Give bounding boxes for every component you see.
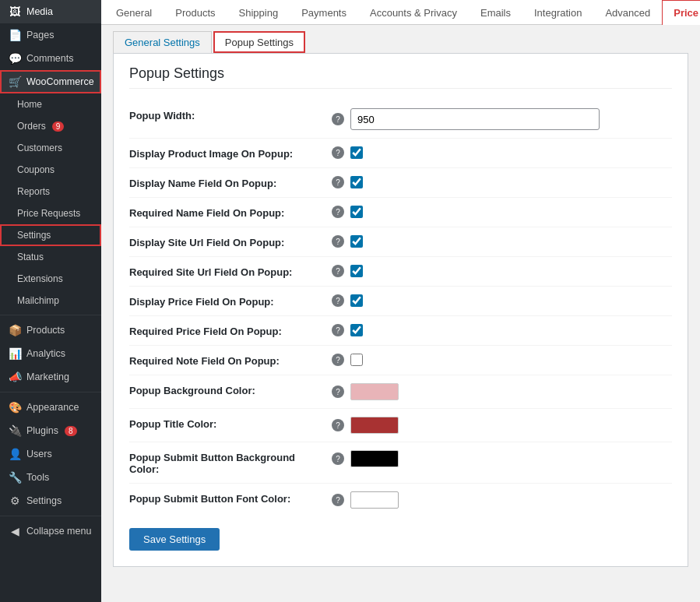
help-icon-popup-width[interactable]: ? — [332, 113, 344, 125]
checkbox-required-site-url[interactable] — [350, 265, 363, 277]
tab-price-guarantee[interactable]: Price Guarantee — [662, 0, 700, 25]
checkbox-display-product-image[interactable] — [350, 146, 363, 159]
label-title-color: Popup Title Color: — [129, 417, 332, 430]
form-row-required-name-field: Required Name Field On Popup: ? — [129, 198, 672, 227]
sidebar: 🖼 Media 📄 Pages 💬 Comments 🛒 WooCommerce… — [0, 0, 101, 602]
help-icon-submit-bg-color[interactable]: ? — [332, 452, 344, 465]
tab-products[interactable]: Products — [164, 0, 227, 25]
sub-tab-popup-settings[interactable]: Popup Settings — [213, 31, 305, 53]
help-icon-required-price-field[interactable]: ? — [332, 324, 344, 336]
label-display-product-image: Display Product Image On Popup: — [129, 146, 332, 160]
help-icon-required-site-url[interactable]: ? — [332, 265, 344, 277]
sidebar-item-plugins[interactable]: 🔌 Plugins 8 — [0, 419, 101, 442]
form-row-display-price-field: Display Price Field On Popup: ? — [129, 287, 672, 316]
sidebar-item-users[interactable]: 👤 Users — [0, 442, 101, 466]
help-icon-display-name-field[interactable]: ? — [332, 176, 344, 188]
label-submit-font-color: Popup Submit Button Font Color: — [129, 491, 332, 505]
sidebar-item-coupons[interactable]: Coupons — [0, 159, 101, 181]
sidebar-item-price-requests[interactable]: Price Requests — [0, 202, 101, 224]
input-popup-width[interactable] — [350, 108, 600, 130]
help-icon-display-price-field[interactable]: ? — [332, 294, 344, 307]
help-icon-required-note-field[interactable]: ? — [332, 354, 344, 366]
collapse-icon: ◀ — [8, 525, 22, 537]
sidebar-item-comments[interactable]: 💬 Comments — [0, 47, 101, 70]
tab-general[interactable]: General — [104, 0, 164, 25]
sidebar-item-media[interactable]: 🖼 Media — [0, 0, 101, 23]
sidebar-item-customers[interactable]: Customers — [0, 137, 101, 159]
save-settings-button[interactable]: Save Settings — [129, 528, 220, 551]
pages-icon: 📄 — [8, 29, 22, 41]
checkbox-required-name-field[interactable] — [350, 206, 363, 218]
label-popup-width: Popup Width: — [129, 108, 332, 121]
help-icon-display-site-url[interactable]: ? — [332, 235, 344, 248]
sidebar-item-extensions[interactable]: Extensions — [0, 268, 101, 290]
form-row-submit-bg-color: Popup Submit Button Background Color: ? — [129, 442, 672, 484]
control-required-site-url: ? — [332, 265, 672, 277]
control-display-product-image: ? — [332, 146, 672, 159]
sidebar-item-orders[interactable]: Orders 9 — [0, 115, 101, 137]
swatch-submit-bg-color[interactable] — [350, 450, 399, 467]
sidebar-item-marketing[interactable]: 📣 Marketing — [0, 365, 101, 389]
checkbox-required-note-field[interactable] — [350, 354, 363, 366]
sidebar-item-tools[interactable]: 🔧 Tools — [0, 466, 101, 489]
sidebar-item-products[interactable]: 📦 Products — [0, 319, 101, 342]
plugins-icon: 🔌 — [8, 424, 22, 437]
label-required-site-url: Required Site Url Field On Popup: — [129, 265, 332, 278]
section-title: Popup Settings — [129, 65, 672, 89]
control-bg-color: ? — [332, 383, 672, 400]
form-row-bg-color: Popup Background Color: ? — [129, 375, 672, 409]
divider-2 — [0, 392, 101, 393]
sidebar-item-mailchimp[interactable]: Mailchimp — [0, 290, 101, 312]
sidebar-item-status[interactable]: Status — [0, 246, 101, 268]
sidebar-item-appearance[interactable]: 🎨 Appearance — [0, 396, 101, 419]
form-row-required-note-field: Required Note Field On Popup: ? — [129, 346, 672, 375]
tab-accounts-privacy[interactable]: Accounts & Privacy — [358, 0, 469, 25]
tab-payments[interactable]: Payments — [290, 0, 358, 25]
plugins-badge: 8 — [65, 426, 77, 436]
control-required-price-field: ? — [332, 324, 672, 336]
tab-shipping[interactable]: Shipping — [227, 0, 290, 25]
tab-advanced[interactable]: Advanced — [593, 0, 662, 25]
help-icon-required-name-field[interactable]: ? — [332, 206, 344, 218]
swatch-submit-font-color[interactable] — [350, 491, 399, 509]
sidebar-item-pages[interactable]: 📄 Pages — [0, 23, 101, 47]
form-row-required-site-url: Required Site Url Field On Popup: ? — [129, 257, 672, 287]
sidebar-item-analytics[interactable]: 📊 Analytics — [0, 342, 101, 365]
checkbox-display-name-field[interactable] — [350, 176, 363, 188]
divider-1 — [0, 315, 101, 315]
sidebar-item-settings2[interactable]: ⚙ Settings — [0, 489, 101, 512]
appearance-icon: 🎨 — [8, 401, 22, 414]
sidebar-item-reports[interactable]: Reports — [0, 181, 101, 202]
users-icon: 👤 — [8, 448, 22, 460]
sidebar-item-settings[interactable]: Settings — [0, 224, 101, 246]
analytics-icon: 📊 — [8, 347, 22, 360]
comments-icon: 💬 — [8, 52, 22, 65]
sidebar-item-collapse[interactable]: ◀ Collapse menu — [0, 519, 101, 543]
sidebar-item-woocommerce[interactable]: 🛒 WooCommerce — [0, 70, 101, 93]
form-row-title-color: Popup Title Color: ? — [129, 409, 672, 442]
control-submit-bg-color: ? — [332, 450, 672, 467]
tab-integration[interactable]: Integration — [522, 0, 593, 25]
help-icon-submit-font-color[interactable]: ? — [332, 494, 344, 506]
main-content: General Products Shipping Payments Accou… — [101, 0, 700, 602]
control-display-price-field: ? — [332, 294, 672, 307]
top-tabs: General Products Shipping Payments Accou… — [101, 0, 700, 25]
swatch-title-color[interactable] — [350, 417, 399, 434]
tab-emails[interactable]: Emails — [469, 0, 522, 25]
form-row-submit-font-color: Popup Submit Button Font Color: ? — [129, 484, 672, 516]
control-popup-width: ? — [332, 108, 672, 130]
label-display-name-field: Display Name Field On Popup: — [129, 176, 332, 189]
checkbox-required-price-field[interactable] — [350, 324, 363, 336]
sidebar-item-home[interactable]: Home — [0, 93, 101, 115]
checkbox-display-price-field[interactable] — [350, 294, 363, 307]
checkbox-display-site-url[interactable] — [350, 235, 363, 248]
help-icon-bg-color[interactable]: ? — [332, 385, 344, 398]
form-row-display-name-field: Display Name Field On Popup: ? — [129, 168, 672, 198]
control-required-note-field: ? — [332, 354, 672, 366]
swatch-bg-color[interactable] — [350, 383, 399, 400]
help-icon-title-color[interactable]: ? — [332, 419, 344, 431]
sub-tab-general-settings[interactable]: General Settings — [113, 31, 212, 53]
label-required-price-field: Required Price Field On Popup: — [129, 324, 332, 337]
orders-badge: 9 — [52, 121, 65, 132]
help-icon-display-product-image[interactable]: ? — [332, 146, 344, 159]
